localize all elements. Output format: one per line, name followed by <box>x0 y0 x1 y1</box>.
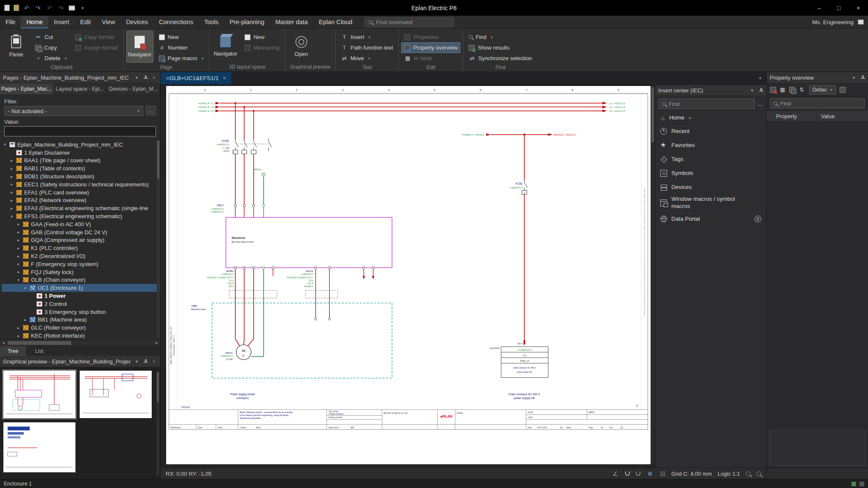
open-project-icon[interactable] <box>14 5 19 11</box>
scheme-select[interactable]: Defau▾ <box>809 85 836 94</box>
measuring-button[interactable]: Measuring <box>242 43 282 53</box>
tree-item-structure[interactable]: ▸EEC1 (Safety instructions / technical r… <box>2 180 160 189</box>
page-thumbnail-1[interactable] <box>3 371 75 418</box>
insert-center-find-input[interactable] <box>669 101 751 107</box>
tree-item-structure[interactable]: ▸BAA1 (Title page / cover sheet) <box>2 157 160 165</box>
expand-arrow[interactable]: ▸ <box>16 326 21 330</box>
tree-item-structure[interactable]: ▸GAB (Control voltage DC 24 V) <box>2 228 160 236</box>
crosshair-icon[interactable]: ⊕ <box>646 470 654 477</box>
tree-horizontal-scrollbar[interactable]: ◄ ► <box>0 340 160 346</box>
in-table-button[interactable]: ▦In table <box>402 53 460 63</box>
property-list-empty[interactable] <box>767 122 868 428</box>
list-view-icon[interactable]: ▦ <box>779 86 786 93</box>
design-mode-icon[interactable] <box>636 471 640 476</box>
tab-list-icon[interactable]: ▾ <box>759 76 766 80</box>
insert-item-symbols[interactable]: Symbols <box>655 166 766 180</box>
tree-item-page[interactable]: 2 Control <box>2 300 160 308</box>
zoom-in-icon[interactable] <box>757 471 761 476</box>
panel-menu-icon[interactable]: ▾ <box>749 88 755 93</box>
page-thumbnail-2[interactable] <box>80 371 152 418</box>
insert-item-window-macros[interactable]: Window macros / symbol macros <box>655 194 766 212</box>
canvas-vertical-scrollbar[interactable] <box>651 86 655 464</box>
tree-item-page[interactable]: 1 Eplan Disclaimer <box>2 149 160 157</box>
tree-item-structure[interactable]: ▸K2 (Decentralized I/O) <box>2 252 160 260</box>
find-command-search[interactable] <box>364 17 454 27</box>
expand-arrow[interactable]: ▸ <box>9 158 14 163</box>
scroll-right-icon[interactable]: ► <box>153 341 160 345</box>
menu-devices[interactable]: Devices <box>121 16 154 28</box>
expand-arrow[interactable]: ▸ <box>16 262 21 266</box>
expand-arrow[interactable]: ▾ <box>3 142 7 147</box>
tree-item-page[interactable]: 1 Power <box>2 292 160 300</box>
column-property[interactable]: Property <box>767 111 817 121</box>
tree-item-structure[interactable]: ▸FQJ (Safety lock) <box>2 268 160 276</box>
redo-list-icon[interactable]: ↷ <box>57 4 65 12</box>
tree-item-structure[interactable]: ▾EFS1 (Electrical engineering schematic) <box>2 212 160 220</box>
message-status-icon[interactable] <box>860 482 864 486</box>
open-preview-button[interactable]: Open <box>288 31 314 62</box>
close-tab-icon[interactable]: × <box>223 75 226 81</box>
insert-item-tags[interactable]: Tags <box>655 152 766 166</box>
schematic-page[interactable]: 0 1 2 3 4 5 6 7 8 9 <box>166 86 651 464</box>
expand-arrow[interactable]: ▸ <box>16 334 21 338</box>
copy-button[interactable]: Copy <box>33 43 69 53</box>
expand-arrow[interactable]: ▾ <box>9 214 14 219</box>
tree-item-structure[interactable]: ▸K1 (PLC controller) <box>2 244 160 252</box>
insert-item-recent[interactable]: Recent <box>655 124 766 138</box>
expand-arrow[interactable]: ▸ <box>16 238 21 242</box>
expand-arrow[interactable]: ▸ <box>9 206 14 211</box>
preview-scrollbar[interactable] <box>156 371 159 476</box>
expand-arrow[interactable]: ▸ <box>9 198 14 202</box>
page-number-button[interactable]: #Number <box>156 43 206 53</box>
expand-arrow[interactable]: ▸ <box>16 230 21 234</box>
grid-icon[interactable] <box>660 471 665 477</box>
page-thumbnail-3[interactable] <box>3 422 75 472</box>
undo-icon[interactable]: ↶ <box>23 4 31 12</box>
value-input[interactable] <box>4 126 156 136</box>
user-name[interactable]: Ms. Engineering <box>812 19 854 25</box>
tree-scrollbar[interactable] <box>157 141 160 338</box>
property-find-input[interactable] <box>780 100 861 107</box>
maximize-button[interactable]: □ <box>829 0 849 16</box>
menu-connections[interactable]: Connections <box>153 16 199 28</box>
tree-item-structure[interactable]: ▸EFA2 (Network overview) <box>2 197 160 205</box>
object-snap-icon[interactable] <box>625 471 630 476</box>
property-find[interactable] <box>770 98 865 108</box>
panel-menu-icon[interactable]: ▾ <box>134 75 140 80</box>
expand-arrow[interactable]: ▸ <box>16 254 21 258</box>
menu-file[interactable]: File <box>0 16 21 28</box>
scheme-settings-icon[interactable] <box>840 87 846 93</box>
redo-icon[interactable]: ↷ <box>34 4 42 12</box>
text-move-button[interactable]: ⇄Move▾ <box>339 53 395 63</box>
tree-item-structure[interactable]: ▸BAB1 (Table of contents) <box>2 164 160 172</box>
show-results-button[interactable]: Show results <box>466 43 534 53</box>
tree-item-structure[interactable]: ▸GLC (Roller conveyor) <box>2 324 160 332</box>
delete-button[interactable]: ×Delete▾ <box>33 53 69 63</box>
tab-list[interactable]: List <box>26 346 53 356</box>
find-more-button[interactable]: ... <box>757 100 763 108</box>
minimize-button[interactable]: – <box>810 0 829 16</box>
filter-more-button[interactable]: ... <box>146 106 156 115</box>
user-panel-icon[interactable] <box>858 19 864 25</box>
close-panel-icon[interactable]: × <box>151 75 157 80</box>
panel-menu-icon[interactable]: ▾ <box>134 359 140 364</box>
property-overview-button[interactable]: Property overview <box>402 43 460 53</box>
tree-item-structure[interactable]: ▸GQA (Compressed air supply) <box>2 236 160 244</box>
copy-format-button[interactable]: Copy format <box>72 32 120 42</box>
document-tab[interactable]: =GLB+UC1&EFS1/1 × <box>161 72 232 84</box>
pin-icon[interactable] <box>143 359 148 364</box>
pin-icon[interactable] <box>758 88 763 93</box>
customize-quick-access-icon[interactable]: ▾ <box>79 4 86 12</box>
menu-pre-planning[interactable]: Pre-planning <box>224 16 270 28</box>
tree-item-page[interactable]: 3 Emergency stop button <box>2 308 160 316</box>
path-function-text-button[interactable]: TPath function text <box>339 43 395 53</box>
tree-item-machine-area[interactable]: ▸BB1 (Machine area) <box>2 316 160 324</box>
properties-button[interactable]: Properties <box>402 32 460 42</box>
tab-layout-space[interactable]: Layout space - Epl... <box>53 83 107 94</box>
edit-table-icon[interactable] <box>770 87 776 93</box>
tree-item-structure[interactable]: ▸EFA3 (Electrical engineering schematic … <box>2 204 160 212</box>
expand-arrow[interactable]: ▾ <box>16 278 21 282</box>
pin-icon[interactable] <box>860 75 865 80</box>
panel-menu-icon[interactable]: ▾ <box>851 75 857 80</box>
tab-devices[interactable]: Devices - Eplan_M... <box>107 83 160 94</box>
